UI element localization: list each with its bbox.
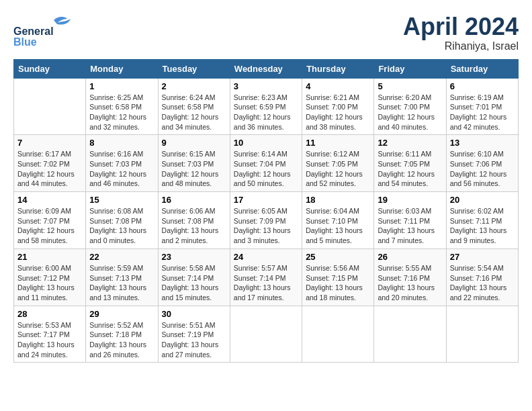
day-cell: 3Sunrise: 6:23 AMSunset: 6:59 PMDaylight… — [230, 78, 302, 135]
day-info: Sunrise: 6:04 AMSunset: 7:10 PMDaylight:… — [306, 206, 370, 246]
day-number: 2 — [162, 81, 226, 91]
location-title: Rihaniya, Israel — [403, 40, 519, 52]
svg-text:General: General — [13, 26, 54, 37]
day-info: Sunrise: 5:51 AMSunset: 7:19 PMDaylight:… — [162, 320, 226, 360]
day-cell: 24Sunrise: 5:57 AMSunset: 7:14 PMDayligh… — [230, 248, 302, 306]
day-cell — [446, 306, 518, 363]
day-number: 30 — [162, 309, 226, 319]
day-info: Sunrise: 5:57 AMSunset: 7:14 PMDaylight:… — [234, 263, 298, 303]
day-cell: 21Sunrise: 6:00 AMSunset: 7:12 PMDayligh… — [14, 248, 86, 306]
day-info: Sunrise: 6:03 AMSunset: 7:11 PMDaylight:… — [378, 206, 442, 246]
week-row-2: 7Sunrise: 6:17 AMSunset: 7:02 PMDaylight… — [14, 135, 519, 192]
weekday-header-friday: Friday — [374, 59, 446, 78]
day-number: 15 — [89, 195, 154, 205]
day-cell: 12Sunrise: 6:11 AMSunset: 7:05 PMDayligh… — [374, 135, 446, 192]
day-cell: 4Sunrise: 6:21 AMSunset: 7:00 PMDaylight… — [302, 78, 374, 135]
day-info: Sunrise: 6:02 AMSunset: 7:11 PMDaylight:… — [450, 206, 515, 246]
weekday-header-thursday: Thursday — [302, 59, 374, 78]
day-info: Sunrise: 5:52 AMSunset: 7:18 PMDaylight:… — [89, 320, 154, 360]
week-row-5: 28Sunrise: 5:53 AMSunset: 7:17 PMDayligh… — [14, 306, 519, 363]
day-info: Sunrise: 6:25 AMSunset: 6:58 PMDaylight:… — [89, 93, 154, 132]
day-number: 5 — [378, 81, 442, 91]
day-cell: 7Sunrise: 6:17 AMSunset: 7:02 PMDaylight… — [14, 135, 86, 192]
day-number: 12 — [378, 138, 442, 148]
day-info: Sunrise: 6:10 AMSunset: 7:06 PMDaylight:… — [450, 149, 515, 189]
day-number: 28 — [17, 309, 82, 319]
day-number: 19 — [378, 195, 442, 205]
day-info: Sunrise: 6:14 AMSunset: 7:04 PMDaylight:… — [234, 149, 298, 189]
day-info: Sunrise: 6:23 AMSunset: 6:59 PMDaylight:… — [234, 93, 298, 132]
day-number: 20 — [450, 195, 515, 205]
day-cell: 8Sunrise: 6:16 AMSunset: 7:03 PMDaylight… — [86, 135, 158, 192]
day-cell: 25Sunrise: 5:56 AMSunset: 7:15 PMDayligh… — [302, 248, 374, 306]
day-number: 29 — [89, 309, 154, 319]
title-block: April 2024 Rihaniya, Israel — [403, 13, 519, 52]
day-cell: 13Sunrise: 6:10 AMSunset: 7:06 PMDayligh… — [446, 135, 518, 192]
day-cell: 14Sunrise: 6:09 AMSunset: 7:07 PMDayligh… — [14, 192, 86, 249]
logo-svg: General Blue — [13, 13, 94, 47]
day-cell: 27Sunrise: 5:54 AMSunset: 7:16 PMDayligh… — [446, 248, 518, 306]
day-info: Sunrise: 6:11 AMSunset: 7:05 PMDaylight:… — [378, 149, 442, 189]
day-cell: 18Sunrise: 6:04 AMSunset: 7:10 PMDayligh… — [302, 192, 374, 249]
day-cell: 1Sunrise: 6:25 AMSunset: 6:58 PMDaylight… — [86, 78, 158, 135]
day-number: 11 — [306, 138, 370, 148]
day-cell — [14, 78, 86, 135]
day-cell: 17Sunrise: 6:05 AMSunset: 7:09 PMDayligh… — [230, 192, 302, 249]
day-info: Sunrise: 6:17 AMSunset: 7:02 PMDaylight:… — [17, 149, 82, 189]
day-number: 10 — [234, 138, 298, 148]
day-number: 13 — [450, 138, 515, 148]
day-info: Sunrise: 6:06 AMSunset: 7:08 PMDaylight:… — [162, 206, 226, 246]
day-info: Sunrise: 5:59 AMSunset: 7:13 PMDaylight:… — [89, 263, 154, 303]
day-cell: 20Sunrise: 6:02 AMSunset: 7:11 PMDayligh… — [446, 192, 518, 249]
day-number: 9 — [162, 138, 226, 148]
day-info: Sunrise: 5:54 AMSunset: 7:16 PMDaylight:… — [450, 263, 515, 303]
day-info: Sunrise: 6:16 AMSunset: 7:03 PMDaylight:… — [89, 149, 154, 189]
day-info: Sunrise: 6:05 AMSunset: 7:09 PMDaylight:… — [234, 206, 298, 246]
day-cell: 6Sunrise: 6:19 AMSunset: 7:01 PMDaylight… — [446, 78, 518, 135]
day-info: Sunrise: 5:56 AMSunset: 7:15 PMDaylight:… — [306, 263, 370, 303]
day-cell — [374, 306, 446, 363]
day-cell — [302, 306, 374, 363]
weekday-header-sunday: Sunday — [14, 59, 86, 78]
day-info: Sunrise: 5:53 AMSunset: 7:17 PMDaylight:… — [17, 320, 82, 360]
day-cell: 2Sunrise: 6:24 AMSunset: 6:58 PMDaylight… — [158, 78, 230, 135]
day-number: 26 — [378, 252, 442, 262]
day-cell: 16Sunrise: 6:06 AMSunset: 7:08 PMDayligh… — [158, 192, 230, 249]
svg-text:Blue: Blue — [13, 36, 37, 47]
day-info: Sunrise: 6:19 AMSunset: 7:01 PMDaylight:… — [450, 93, 515, 132]
day-number: 3 — [234, 81, 298, 91]
day-info: Sunrise: 5:58 AMSunset: 7:14 PMDaylight:… — [162, 263, 226, 303]
day-cell: 9Sunrise: 6:15 AMSunset: 7:03 PMDaylight… — [158, 135, 230, 192]
day-cell: 11Sunrise: 6:12 AMSunset: 7:05 PMDayligh… — [302, 135, 374, 192]
day-number: 16 — [162, 195, 226, 205]
week-row-4: 21Sunrise: 6:00 AMSunset: 7:12 PMDayligh… — [14, 248, 519, 306]
weekday-header-wednesday: Wednesday — [230, 59, 302, 78]
day-cell — [230, 306, 302, 363]
day-info: Sunrise: 6:08 AMSunset: 7:08 PMDaylight:… — [89, 206, 154, 246]
day-info: Sunrise: 5:55 AMSunset: 7:16 PMDaylight:… — [378, 263, 442, 303]
day-number: 14 — [17, 195, 82, 205]
day-number: 21 — [17, 252, 82, 262]
week-row-1: 1Sunrise: 6:25 AMSunset: 6:58 PMDaylight… — [14, 78, 519, 135]
weekday-header-row: SundayMondayTuesdayWednesdayThursdayFrid… — [14, 59, 519, 78]
day-number: 18 — [306, 195, 370, 205]
day-number: 25 — [306, 252, 370, 262]
week-row-3: 14Sunrise: 6:09 AMSunset: 7:07 PMDayligh… — [14, 192, 519, 249]
day-info: Sunrise: 6:24 AMSunset: 6:58 PMDaylight:… — [162, 93, 226, 132]
day-info: Sunrise: 6:20 AMSunset: 7:00 PMDaylight:… — [378, 93, 442, 132]
month-title: April 2024 — [403, 13, 519, 40]
day-cell: 10Sunrise: 6:14 AMSunset: 7:04 PMDayligh… — [230, 135, 302, 192]
day-info: Sunrise: 6:09 AMSunset: 7:07 PMDaylight:… — [17, 206, 82, 246]
day-cell: 30Sunrise: 5:51 AMSunset: 7:19 PMDayligh… — [158, 306, 230, 363]
day-number: 7 — [17, 138, 82, 148]
day-info: Sunrise: 6:15 AMSunset: 7:03 PMDaylight:… — [162, 149, 226, 189]
page-header: General Blue April 2024 Rihaniya, Israel — [13, 13, 519, 52]
day-cell: 23Sunrise: 5:58 AMSunset: 7:14 PMDayligh… — [158, 248, 230, 306]
day-number: 1 — [89, 81, 154, 91]
day-number: 23 — [162, 252, 226, 262]
day-cell: 19Sunrise: 6:03 AMSunset: 7:11 PMDayligh… — [374, 192, 446, 249]
day-cell: 29Sunrise: 5:52 AMSunset: 7:18 PMDayligh… — [86, 306, 158, 363]
day-info: Sunrise: 6:00 AMSunset: 7:12 PMDaylight:… — [17, 263, 82, 303]
day-info: Sunrise: 6:12 AMSunset: 7:05 PMDaylight:… — [306, 149, 370, 189]
day-number: 17 — [234, 195, 298, 205]
